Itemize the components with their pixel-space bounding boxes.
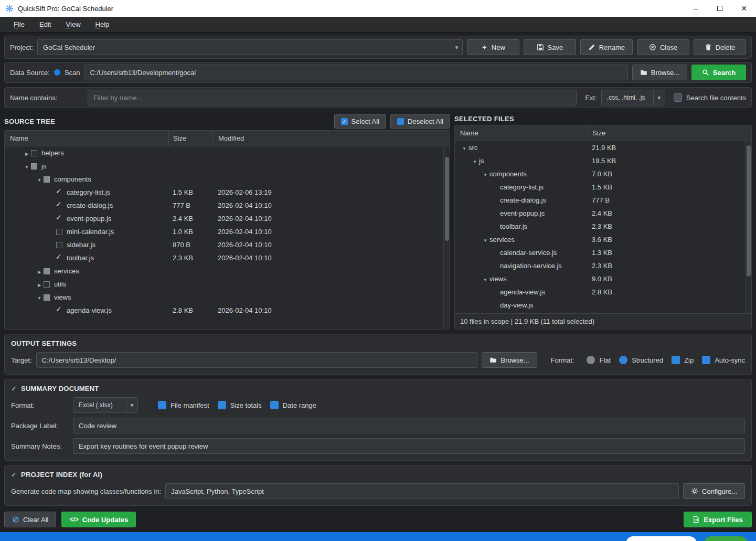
menu-item[interactable]: Edit — [32, 17, 58, 32]
row-checkbox[interactable] — [56, 255, 62, 261]
row-checkbox[interactable] — [56, 189, 62, 196]
clear-all-button[interactable]: Clear All — [4, 512, 56, 527]
tree-row[interactable]: category-list.js 1.5 KB 2026-02-06 13:19 — [5, 186, 443, 199]
selected-file-row[interactable]: navigation-service.js 2.3 KB — [455, 259, 745, 272]
tree-row[interactable]: helpers — [5, 146, 443, 160]
format-option[interactable]: Flat — [587, 356, 611, 364]
cloud-bridge-button[interactable]: Cloud Bridge — [626, 536, 697, 541]
tree-row[interactable]: views — [5, 291, 443, 304]
selected-file-row[interactable]: day-view.js — [455, 299, 745, 312]
delete-project-button[interactable]: Delete — [694, 39, 746, 55]
column-header-size[interactable]: Size — [588, 125, 745, 141]
selected-files-scrollbar[interactable] — [745, 141, 751, 313]
selected-file-row[interactable]: calendar-service.js 1.3 KB — [455, 246, 745, 259]
column-header-name[interactable]: Name — [455, 125, 588, 141]
save-project-button[interactable]: Save — [524, 39, 576, 55]
deselect-all-button[interactable]: Deselect All — [390, 114, 450, 129]
expander-icon[interactable] — [35, 175, 44, 183]
row-checkbox[interactable] — [56, 242, 62, 248]
row-checkbox[interactable] — [31, 163, 37, 169]
column-header-name[interactable]: Name — [5, 131, 168, 146]
tree-row[interactable]: services — [5, 264, 443, 278]
row-checkbox[interactable] — [56, 229, 62, 235]
scrollbar-thumb[interactable] — [747, 145, 751, 277]
name-filter-input[interactable] — [88, 90, 577, 105]
format-option[interactable]: Structured — [619, 356, 663, 364]
search-contents-checkbox[interactable] — [674, 93, 682, 102]
row-checkbox[interactable] — [44, 268, 50, 274]
column-header-size[interactable]: Size — [168, 131, 212, 146]
row-checkbox[interactable] — [56, 307, 62, 314]
scrollbar-thumb[interactable] — [445, 157, 449, 241]
tree-row[interactable]: mini-calendar.js 1.0 KB 2026-02-04 10:10 — [5, 225, 443, 238]
select-all-button[interactable]: ✓ Select All — [334, 114, 386, 129]
search-button[interactable]: Search — [691, 65, 746, 80]
close-project-button[interactable]: Close — [637, 39, 689, 55]
tree-row[interactable]: components — [5, 173, 443, 186]
selected-file-row[interactable]: agenda-view.js 2.8 KB — [455, 285, 745, 299]
expander-icon[interactable] — [481, 170, 489, 178]
row-checkbox[interactable] — [44, 176, 50, 183]
expander-icon[interactable] — [481, 275, 489, 283]
row-checkbox[interactable] — [56, 203, 62, 209]
selected-file-row[interactable]: create-dialog.js 777 B — [455, 194, 745, 207]
selected-file-row[interactable]: views 9.0 KB — [455, 272, 745, 285]
selected-file-row[interactable]: services 3.6 KB — [455, 233, 745, 246]
row-checkbox[interactable] — [44, 294, 50, 301]
source-path-input[interactable] — [84, 65, 628, 80]
summary-section-checkbox[interactable]: ✓ — [11, 385, 17, 393]
summary-option[interactable]: Size totals — [218, 401, 262, 409]
configure-button[interactable]: Configure... — [683, 483, 745, 499]
rename-project-button[interactable]: Rename — [580, 39, 633, 55]
scan-radio[interactable] — [54, 69, 60, 76]
selected-file-row[interactable]: category-list.js 1.5 KB — [455, 181, 745, 194]
target-browse-button[interactable]: Browse... — [482, 352, 537, 368]
code-updates-button[interactable]: </> Code Updates — [61, 512, 136, 527]
close-button[interactable]: ✕ — [732, 0, 756, 17]
index-section-checkbox[interactable]: ✓ — [11, 471, 17, 479]
summary-notes-input[interactable] — [73, 438, 745, 454]
summary-format-select[interactable]: Excel (.xlsx) ▼ — [73, 397, 138, 413]
code-map-languages-input[interactable] — [165, 483, 679, 499]
column-header-modified[interactable]: Modified — [212, 131, 443, 146]
summary-option[interactable]: Date range — [270, 401, 316, 409]
menu-item[interactable]: Help — [88, 17, 117, 32]
source-browse-button[interactable]: Browse... — [632, 65, 687, 80]
menu-item[interactable]: View — [58, 17, 88, 32]
row-checkbox[interactable] — [56, 216, 62, 222]
tree-row[interactable]: sidebar.js 870 B 2026-02-04 10:10 — [5, 238, 443, 251]
tree-row[interactable]: utils — [5, 278, 443, 291]
ext-select[interactable]: .css, .html, .js ▼ — [601, 90, 665, 105]
export-files-button[interactable]: Export Files — [684, 512, 752, 527]
tree-row[interactable]: event-popup.js 2.4 KB 2026-02-04 10:10 — [5, 212, 443, 225]
new-project-button[interactable]: ＋ New — [467, 39, 519, 55]
menu-item[interactable]: File — [6, 17, 32, 32]
target-path-input[interactable] — [36, 352, 478, 368]
row-checkbox[interactable] — [44, 281, 50, 288]
expander-icon[interactable] — [35, 267, 44, 275]
minimize-button[interactable]: – — [684, 0, 708, 17]
expander-icon[interactable] — [35, 293, 44, 301]
tree-row[interactable]: js — [5, 160, 443, 173]
source-tree-scrollbar[interactable] — [443, 146, 450, 329]
format-option[interactable]: Zip — [672, 356, 694, 364]
selected-file-row[interactable]: js 19.5 KB — [455, 154, 745, 167]
format-option[interactable]: Auto-sync — [702, 356, 745, 364]
maximize-button[interactable] — [708, 0, 732, 17]
tree-row[interactable]: toolbar.js 2.3 KB 2026-02-04 10:10 — [5, 251, 443, 264]
tree-row[interactable]: agenda-view.js 2.8 KB 2026-02-04 10:10 — [5, 304, 443, 317]
project-select[interactable]: GoCal Scheduler ▼ — [37, 39, 463, 55]
expander-icon[interactable] — [481, 236, 489, 243]
expander-icon[interactable] — [23, 162, 31, 170]
expander-icon[interactable] — [35, 280, 44, 288]
selected-file-row[interactable]: toolbar.js 2.3 KB — [455, 220, 745, 233]
selected-file-row[interactable]: src 21.9 KB — [455, 141, 745, 154]
selected-file-row[interactable]: components 7.0 KB — [455, 167, 745, 181]
expander-icon[interactable] — [471, 157, 479, 165]
expander-icon[interactable] — [23, 149, 31, 157]
tree-row[interactable]: create-dialog.js 777 B 2026-02-04 10:10 — [5, 199, 443, 212]
selected-file-row[interactable]: event-popup.js 2.4 KB — [455, 207, 745, 220]
expander-icon[interactable] — [460, 144, 468, 152]
package-label-input[interactable] — [73, 418, 745, 433]
summary-option[interactable]: File manifest — [158, 401, 209, 409]
